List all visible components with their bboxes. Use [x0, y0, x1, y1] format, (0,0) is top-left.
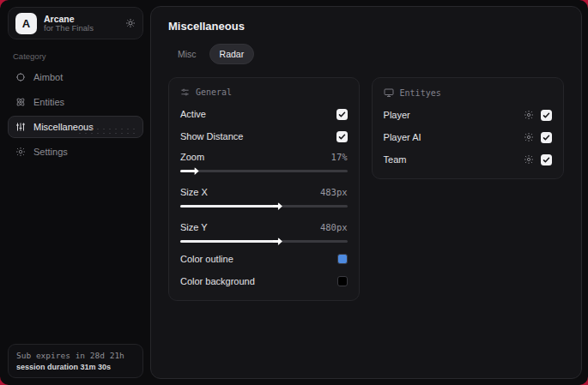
dots-decoration — [77, 127, 137, 135]
size-y-slider[interactable] — [180, 240, 348, 243]
sub-expires-text: Sub expires in 28d 21h — [16, 351, 135, 360]
atom-icon — [15, 97, 26, 107]
entity-label: Player AI — [384, 132, 421, 142]
sidebar-item-entities[interactable]: Entities — [8, 91, 143, 113]
monitor-icon — [384, 87, 394, 98]
size-x-value: 483px — [320, 187, 348, 197]
player-checkbox[interactable] — [541, 110, 552, 121]
toggle-label: Active — [180, 109, 206, 119]
gear-icon — [15, 147, 26, 157]
color-label: Color outline — [180, 254, 233, 264]
show-distance-checkbox[interactable] — [336, 131, 348, 142]
general-card-header: General — [180, 87, 348, 97]
page-title: Miscellaneous — [168, 20, 564, 33]
entity-row-team: Team — [384, 150, 552, 169]
slider-thumb[interactable] — [273, 238, 282, 245]
entities-card: Entityes Player — [372, 77, 564, 179]
category-label: Category — [13, 51, 143, 61]
gear-icon[interactable] — [524, 110, 534, 120]
entity-label: Player — [384, 110, 410, 120]
brand-subtitle: for The Finals — [44, 24, 118, 33]
gear-icon[interactable] — [524, 154, 534, 165]
player-ai-checkbox[interactable] — [541, 132, 552, 143]
panels-row: General Active Show Distance Z — [168, 77, 564, 301]
crosshair-icon — [15, 72, 26, 82]
slider-fill — [180, 240, 276, 243]
general-header-label: General — [196, 87, 232, 97]
color-label: Color background — [180, 276, 255, 286]
entities-header-label: Entityes — [400, 88, 441, 98]
sidebar: A Arcane for The Finals Category Aimbot — [0, 0, 150, 385]
app-window: A Arcane for The Finals Category Aimbot — [0, 0, 588, 385]
color-background-swatch[interactable] — [337, 276, 348, 286]
active-checkbox[interactable] — [336, 109, 348, 120]
tab-radar[interactable]: Radar — [209, 44, 255, 64]
slider-fill — [180, 205, 276, 208]
brand-title: Arcane — [44, 14, 118, 24]
toggle-row-show-distance: Show Distance — [180, 127, 348, 146]
sidebar-item-settings[interactable]: Settings — [8, 141, 143, 163]
color-row-outline: Color outline — [180, 250, 348, 268]
slider-label: Zoom — [180, 152, 204, 162]
slider-label: Size Y — [180, 222, 208, 232]
size-x-slider-group: Size X 483px — [180, 184, 348, 208]
tab-bar: Misc Radar — [168, 44, 564, 64]
entity-row-player-ai: Player AI — [384, 128, 552, 147]
gear-icon[interactable] — [125, 18, 136, 28]
entity-row-player: Player — [384, 105, 552, 124]
general-card: General Active Show Distance Z — [168, 77, 360, 301]
sliders-horizontal-icon — [180, 87, 190, 97]
sidebar-item-label: Settings — [33, 147, 68, 157]
gear-icon[interactable] — [524, 132, 534, 142]
sliders-vertical-icon — [15, 122, 26, 132]
brand-text: Arcane for The Finals — [44, 14, 118, 33]
entity-label: Team — [384, 154, 407, 165]
size-y-slider-group: Size Y 480px — [180, 220, 348, 243]
color-outline-swatch[interactable] — [337, 254, 348, 264]
main-panel: Miscellaneous Misc Radar General — [150, 6, 582, 379]
zoom-value: 17% — [331, 152, 348, 162]
brand-logo: A — [15, 13, 37, 34]
size-x-slider[interactable] — [180, 205, 348, 208]
slider-thumb[interactable] — [273, 202, 282, 210]
sidebar-item-miscellaneous[interactable]: Miscellaneous — [8, 116, 143, 138]
brand-card: A Arcane for The Finals — [8, 7, 143, 39]
sidebar-item-label: Entities — [33, 97, 64, 107]
sidebar-item-aimbot[interactable]: Aimbot — [8, 66, 143, 88]
entities-card-header: Entityes — [384, 87, 552, 98]
size-y-value: 480px — [320, 222, 348, 232]
slider-thumb[interactable] — [190, 167, 199, 175]
toggle-row-active: Active — [180, 105, 348, 123]
slider-label: Size X — [180, 187, 208, 197]
zoom-slider-group: Zoom 17% — [180, 149, 348, 172]
tab-misc[interactable]: Misc — [168, 45, 206, 63]
session-duration-text: session duration 31m 30s — [16, 363, 135, 371]
zoom-slider[interactable] — [180, 170, 348, 172]
sidebar-item-label: Aimbot — [33, 72, 63, 82]
subscription-card: Sub expires in 28d 21h session duration … — [8, 344, 143, 378]
color-row-background: Color background — [180, 272, 348, 291]
team-checkbox[interactable] — [541, 154, 552, 165]
toggle-label: Show Distance — [180, 131, 243, 141]
